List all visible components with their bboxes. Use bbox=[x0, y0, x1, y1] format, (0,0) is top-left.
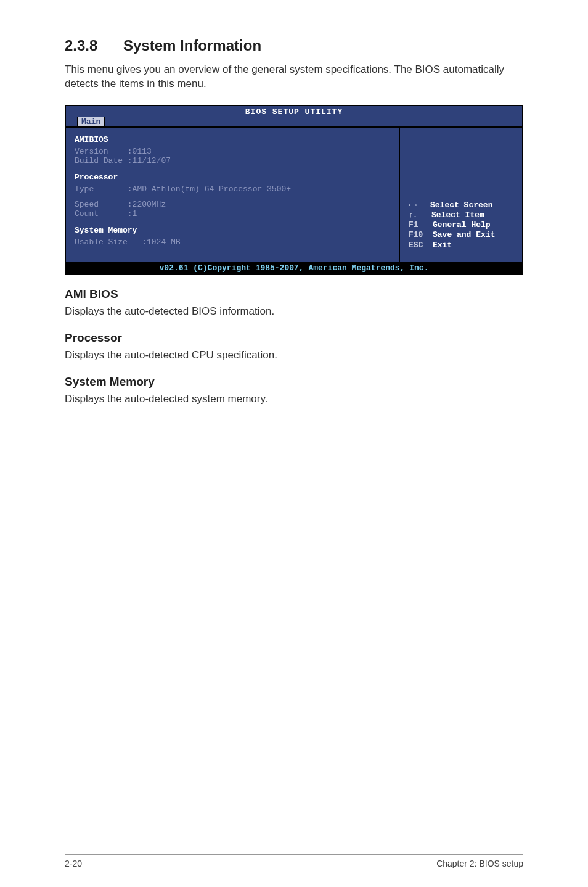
bios-help-general: F1 General Help bbox=[409, 220, 516, 230]
bios-builddate-row: Build Date :11/12/07 bbox=[75, 156, 390, 165]
section-heading: 2.3.8System Information bbox=[65, 37, 523, 54]
bios-screenshot: BIOS SETUP UTILITY Main AMIBIOS Version … bbox=[65, 105, 523, 275]
systemmemory-description: Displays the auto-detected system memory… bbox=[65, 392, 523, 406]
bios-version-row: Version :0113 bbox=[75, 147, 390, 156]
amibios-heading: AMI BIOS bbox=[65, 287, 523, 301]
bios-help-select-screen: ←→ Select Screen bbox=[409, 200, 516, 210]
bios-help-exit: ESC Exit bbox=[409, 241, 516, 250]
bios-count-row: Count :1 bbox=[75, 209, 390, 218]
bios-copyright-footer: v02.61 (C)Copyright 1985-2007, American … bbox=[66, 262, 522, 274]
amibios-description: Displays the auto-detected BIOS informat… bbox=[65, 305, 523, 319]
bios-tab-row: Main bbox=[66, 117, 522, 126]
systemmemory-heading: System Memory bbox=[65, 375, 523, 389]
bios-usablesize-row: Usable Size :1024 MB bbox=[75, 237, 390, 247]
bios-speed-row: Speed :2200MHz bbox=[75, 200, 390, 209]
bios-help-select-item: ↑↓ Select Item bbox=[409, 210, 516, 220]
section-number: 2.3.8 bbox=[65, 37, 123, 54]
arrows-up-down-icon: ↑↓ bbox=[409, 210, 417, 220]
bios-right-pane: ←→ Select Screen ↑↓ Select Item F1 Gener… bbox=[400, 128, 522, 262]
processor-description: Displays the auto-detected CPU specifica… bbox=[65, 349, 523, 363]
section-intro: This menu gives you an overview of the g… bbox=[65, 63, 523, 91]
bios-amibios-header: AMIBIOS bbox=[75, 135, 390, 144]
bios-type-row: Type :AMD Athlon(tm) 64 Processor 3500+ bbox=[75, 184, 390, 194]
processor-heading: Processor bbox=[65, 331, 523, 345]
bios-title: BIOS SETUP UTILITY bbox=[66, 106, 522, 117]
bios-left-pane: AMIBIOS Version :0113 Build Date :11/12/… bbox=[66, 128, 400, 262]
bios-processor-header: Processor bbox=[75, 173, 390, 182]
bios-tab-main: Main bbox=[77, 117, 105, 126]
section-title: System Information bbox=[123, 37, 261, 54]
bios-systemmemory-header: System Memory bbox=[75, 226, 390, 235]
arrows-left-right-icon: ←→ bbox=[409, 200, 416, 210]
page-content: 2.3.8System Information This menu gives … bbox=[0, 0, 588, 406]
bios-help-save-exit: F10 Save and Exit bbox=[409, 230, 516, 240]
bios-body: AMIBIOS Version :0113 Build Date :11/12/… bbox=[66, 126, 522, 262]
bios-help-block: ←→ Select Screen ↑↓ Select Item F1 Gener… bbox=[409, 200, 516, 250]
